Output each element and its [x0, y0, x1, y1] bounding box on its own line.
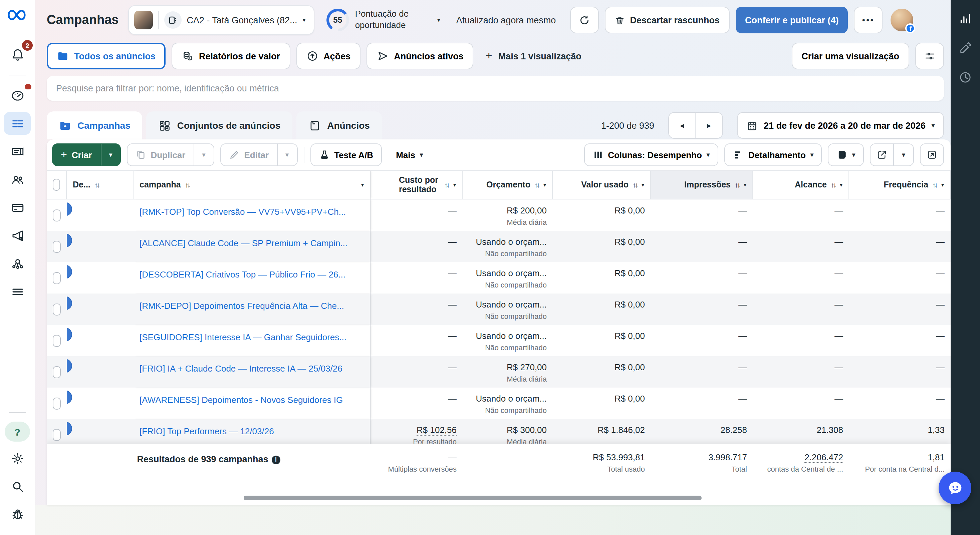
column-budget[interactable]: Orçamento ↑↓ ▾ — [463, 171, 553, 199]
tab-ad-sets[interactable]: Conjuntos de anúncios — [146, 111, 293, 140]
view-settings-button[interactable] — [915, 43, 944, 69]
campaign-name-link[interactable]: [FRIO] IA + Claude Code — Interesse IA —… — [140, 360, 364, 373]
view-tab-all-ads[interactable]: Todos os anúncios — [47, 43, 165, 69]
discard-drafts-button[interactable]: Descartar rascunhos — [605, 7, 730, 33]
flask-icon — [319, 149, 329, 160]
more-views-button[interactable]: + Mais 1 visualização — [486, 49, 581, 63]
filter-caret-icon: ▾ — [941, 182, 944, 188]
row-checkbox[interactable] — [53, 209, 61, 221]
ad-account-selector[interactable]: CA2 - Tatá Gonçalves (82... ▾ — [128, 5, 314, 35]
search-input[interactable] — [47, 76, 944, 101]
campaign-name-link[interactable]: [ALCANCE] Claude Code — SP Premium + Cam… — [140, 234, 364, 248]
support-chat-button[interactable] — [939, 471, 971, 504]
history-clock-icon[interactable] — [959, 71, 972, 84]
opportunity-score-widget[interactable]: 55 Pontuação de oportunidade ▾ — [326, 9, 440, 31]
duplicate-button[interactable]: Duplicar — [127, 143, 194, 166]
campaign-name-link[interactable]: [DESCOBERTA] Criativos Top — Público Fri… — [140, 265, 364, 279]
info-icon[interactable]: i — [272, 455, 280, 464]
column-reach[interactable]: Alcance ↑↓ ▾ — [753, 171, 849, 199]
ab-test-label: Teste A/B — [334, 150, 373, 160]
edit-caret-button[interactable]: ▾ — [277, 143, 298, 166]
total-frequency-cell: 1,81Por conta na Central d... — [849, 449, 951, 505]
filter-caret-icon: ▾ — [453, 182, 456, 188]
column-amount-spent[interactable]: Valor usado ↑↓ ▾ — [553, 171, 651, 199]
row-checkbox[interactable] — [53, 240, 61, 252]
date-range-picker[interactable]: 21 de fev de 2026 a 20 de mar de 2026 ▾ — [737, 112, 944, 139]
tab-campaigns[interactable]: Campanhas — [47, 111, 143, 140]
coins-icon — [181, 50, 194, 62]
budget-cell: Usando o orçam...Não compartilhado — [463, 294, 553, 325]
campaign-cell: [AWARENESS] Depoimentos - Novos Seguidor… — [134, 387, 371, 419]
ads-page-icon — [309, 119, 321, 132]
ab-test-button[interactable]: Teste A/B — [310, 143, 382, 166]
meta-logo-icon[interactable] — [7, 9, 27, 25]
more-options-button[interactable]: ••• — [854, 7, 883, 33]
column-impressions[interactable]: Impressões ↑↓ ▾ — [651, 171, 753, 199]
row-checkbox[interactable] — [53, 429, 61, 441]
row-checkbox[interactable] — [53, 335, 61, 346]
bug-report-icon[interactable] — [4, 503, 31, 525]
column-frequency[interactable]: Frequência ↑↓ ▾ — [849, 171, 951, 199]
horizontal-scrollbar[interactable] — [243, 495, 702, 500]
arrow-up-circle-icon — [306, 50, 318, 62]
create-button[interactable]: + Criar — [52, 143, 100, 166]
refresh-button[interactable] — [570, 7, 598, 33]
filter-caret-icon: ▾ — [543, 182, 546, 188]
score-value: 55 — [326, 9, 349, 31]
select-all-checkbox[interactable] — [53, 179, 60, 191]
campaign-name-link[interactable]: [SEGUIDORES] Interesse IA — Ganhar Segui… — [140, 328, 364, 342]
review-publish-button[interactable]: Conferir e publicar (4) — [736, 7, 848, 33]
impressions-cell: — — [651, 262, 753, 294]
reports-button[interactable]: ▾ — [828, 143, 864, 166]
row-checkbox[interactable] — [53, 397, 61, 409]
view-tab-active-ads[interactable]: Anúncios ativos — [366, 43, 474, 69]
column-cost-per-result[interactable]: Custo por resultado ↑↓ ▾ — [371, 171, 463, 199]
spent-cell: R$ 0,00 — [553, 387, 651, 419]
all-tools-menu-icon[interactable] — [4, 280, 31, 303]
facebook-badge-icon: f — [905, 23, 916, 33]
help-icon[interactable]: ? — [5, 422, 30, 441]
audiences-icon[interactable] — [4, 168, 31, 191]
campaign-name-link[interactable]: [RMK-DEPO] Depoimentos Frequência Alta —… — [140, 297, 364, 311]
notifications-bell-icon[interactable]: 2 — [4, 43, 31, 66]
campaign-name-link[interactable]: [RMK-TOP] Top Conversão — VV75+VV95+PV+C… — [140, 203, 364, 217]
duplicate-caret-button[interactable]: ▾ — [194, 143, 214, 166]
edit-button[interactable]: Editar — [220, 143, 277, 166]
search-icon[interactable] — [4, 475, 31, 498]
user-avatar[interactable]: f — [891, 9, 913, 31]
export-button[interactable] — [870, 143, 894, 166]
account-overview-gauge-icon[interactable] — [4, 84, 31, 107]
create-view-button[interactable]: Criar uma visualização — [791, 43, 909, 69]
column-campaign[interactable]: campanha ↑↓ ▾ — [134, 171, 371, 199]
settings-gear-icon[interactable] — [4, 447, 31, 470]
next-page-button[interactable]: ▸ — [695, 113, 722, 138]
view-tab-value-reports[interactable]: Relatórios de valor — [172, 43, 290, 69]
filter-caret-icon: ▾ — [361, 182, 364, 188]
columns-button[interactable]: Colunas: Desempenho ▾ — [584, 143, 718, 166]
edit-pencil-icon[interactable] — [959, 41, 972, 55]
business-assets-icon[interactable] — [4, 252, 31, 275]
campaign-name-link[interactable]: [AWARENESS] Depoimentos - Novos Seguidor… — [140, 391, 364, 405]
export-caret-button[interactable]: ▾ — [894, 143, 914, 166]
tab-ads[interactable]: Anúncios — [296, 111, 382, 140]
more-menu-button[interactable]: Mais ▾ — [388, 143, 431, 166]
row-checkbox[interactable] — [53, 366, 61, 378]
insights-bars-icon[interactable] — [959, 12, 972, 25]
row-checkbox[interactable] — [53, 303, 61, 315]
plus-icon: + — [61, 149, 67, 161]
campaigns-table-icon[interactable] — [4, 112, 31, 135]
breakdown-button[interactable]: Detalhamento ▾ — [724, 143, 822, 166]
prev-page-button[interactable]: ◂ — [669, 113, 695, 138]
charts-button[interactable] — [920, 143, 944, 166]
column-delivery[interactable]: De... ↑↓ — [67, 171, 134, 199]
row-checkbox[interactable] — [53, 272, 61, 284]
frequency-cell: — — [849, 325, 951, 356]
billing-icon[interactable] — [4, 196, 31, 219]
ads-reporting-icon[interactable] — [4, 140, 31, 163]
campaign-name-link[interactable]: [FRIO] Top Performers — 12/03/26 — [140, 422, 364, 436]
ads-settings-icon[interactable] — [4, 224, 31, 247]
cost-cell: — — [371, 200, 463, 231]
sort-icon: ↑↓ — [444, 181, 449, 189]
view-tab-actions[interactable]: Ações — [296, 43, 361, 69]
create-caret-button[interactable]: ▾ — [100, 143, 121, 166]
